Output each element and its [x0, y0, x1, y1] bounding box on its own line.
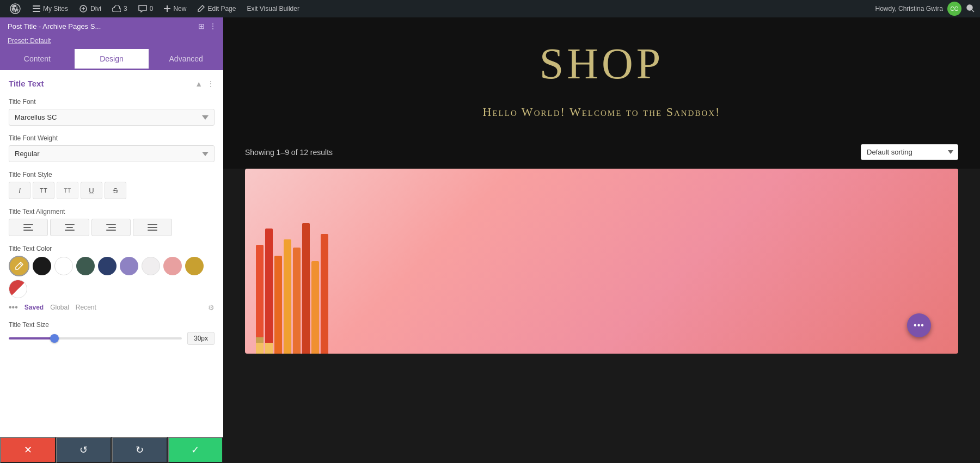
svg-rect-6 — [164, 8, 170, 9]
cloud-menu[interactable]: 3 — [108, 0, 132, 17]
panel-title: Post Title - Archive Pages S... — [8, 22, 101, 30]
pencil-6 — [302, 223, 310, 354]
sort-select[interactable]: Default sorting Sort by popularity Sort … — [861, 144, 958, 160]
right-canvas: SHOP Hello World! Welcome to the Sandbox… — [223, 17, 980, 463]
slider-value: 30px — [187, 332, 215, 345]
align-right-button[interactable] — [91, 219, 131, 236]
title-size-label: Title Text Size — [9, 321, 215, 329]
left-panel: Post Title - Archive Pages S... ⊞ ⋮ Pres… — [0, 17, 223, 463]
redo-button[interactable]: ↻ — [112, 437, 168, 463]
preset-bar: Preset: Default — [0, 35, 223, 49]
color-swatches — [9, 256, 215, 298]
title-font-weight-label: Title Font Weight — [9, 134, 215, 142]
panel-content: Title Text ▲ ⋮ Title Font Marcellus SC T… — [0, 70, 223, 437]
fab-button[interactable]: ••• — [907, 313, 931, 337]
shop-heading: SHOP — [223, 17, 980, 100]
pencil-5 — [293, 248, 301, 354]
style-buttons-group: I TT TT U S — [9, 182, 215, 199]
user-info: Howdy, Christina Gwira CG — [875, 2, 976, 16]
align-left-button[interactable] — [9, 219, 48, 236]
shop-subheading: Hello World! Welcome to the Sandbox! — [223, 100, 980, 135]
svg-rect-3 — [33, 11, 40, 12]
title-color-label: Title Text Color — [9, 245, 215, 252]
panel-footer: ✕ ↺ ↻ ✓ — [0, 437, 223, 463]
wp-logo[interactable] — [4, 0, 26, 17]
wp-admin-bar: My Sites Divi 3 0 New Edit Page Exit Vis… — [0, 0, 980, 17]
underline-button[interactable]: U — [81, 182, 102, 199]
uppercase-button[interactable]: TT — [57, 182, 78, 199]
section-title: Title Text — [9, 79, 44, 88]
pencil-7 — [311, 261, 319, 354]
main-layout: Post Title - Archive Pages S... ⊞ ⋮ Pres… — [0, 17, 980, 463]
my-sites-menu[interactable]: My Sites — [28, 0, 72, 17]
title-font-style-field: Title Font Style I TT TT U S — [0, 166, 223, 203]
shop-meta-bar: Showing 1–9 of 12 results Default sortin… — [223, 135, 980, 169]
title-font-select[interactable]: Marcellus SC — [9, 109, 215, 126]
color-settings-icon[interactable]: ⚙ — [208, 304, 215, 312]
title-alignment-field: Title Text Alignment — [0, 203, 223, 240]
pencil-4 — [284, 239, 291, 354]
exit-builder-menu[interactable]: Exit Visual Builder — [242, 0, 304, 17]
title-color-field: Title Text Color • — [0, 240, 223, 317]
svg-rect-1 — [33, 5, 40, 7]
color-tab-global[interactable]: Global — [50, 304, 69, 311]
collapse-icon[interactable]: ▲ — [195, 79, 203, 88]
color-tab-saved[interactable]: Saved — [24, 304, 44, 311]
color-swatch-navy[interactable] — [98, 257, 117, 275]
title-font-weight-select[interactable]: Regular — [9, 145, 215, 162]
title-font-style-label: Title Font Style — [9, 171, 215, 178]
section-header: Title Text ▲ ⋮ — [0, 70, 223, 94]
preset-label[interactable]: Preset: Default — [8, 37, 51, 45]
color-swatch-active[interactable] — [9, 256, 29, 276]
divi-menu[interactable]: Divi — [75, 0, 106, 17]
title-alignment-label: Title Text Alignment — [9, 208, 215, 215]
pencil-1 — [256, 245, 264, 354]
italic-button[interactable]: I — [9, 182, 30, 199]
results-text: Showing 1–9 of 12 results — [245, 148, 333, 157]
color-tab-recent[interactable]: Recent — [76, 304, 96, 311]
color-swatch-purple[interactable] — [120, 257, 138, 275]
color-swatch-pink[interactable] — [163, 257, 182, 275]
new-menu[interactable]: New — [160, 0, 191, 17]
svg-point-7 — [967, 5, 972, 10]
comments-menu[interactable]: 0 — [134, 0, 158, 17]
align-buttons-group — [9, 219, 215, 236]
undo-button[interactable]: ↺ — [56, 437, 112, 463]
panel-layout-icon[interactable]: ⊞ — [198, 22, 205, 30]
small-caps-button[interactable]: TT — [33, 182, 54, 199]
user-avatar[interactable]: CG — [947, 2, 961, 16]
slider-row: 30px — [9, 332, 215, 345]
tab-content[interactable]: Content — [0, 49, 75, 70]
color-more-dots[interactable]: ••• — [9, 303, 18, 312]
pencils-decoration — [245, 169, 339, 354]
align-center-button[interactable] — [50, 219, 89, 236]
title-size-slider[interactable] — [9, 337, 182, 339]
cancel-button[interactable]: ✕ — [0, 437, 56, 463]
pencil-3 — [274, 256, 282, 354]
panel-header-icons: ⊞ ⋮ — [198, 22, 217, 30]
search-icon[interactable] — [966, 4, 976, 14]
save-button[interactable]: ✓ — [168, 437, 224, 463]
pencil-2 — [265, 229, 273, 354]
panel-menu-icon[interactable]: ⋮ — [209, 22, 217, 30]
panel-header: Post Title - Archive Pages S... ⊞ ⋮ — [0, 17, 223, 35]
section-header-icons: ▲ ⋮ — [195, 79, 215, 88]
color-swatch-white[interactable] — [54, 257, 73, 275]
strikethrough-button[interactable]: S — [105, 182, 126, 199]
title-font-label: Title Font — [9, 98, 215, 106]
fab-dots-icon: ••• — [914, 320, 924, 330]
tab-advanced[interactable]: Advanced — [149, 49, 223, 70]
title-size-field: Title Text Size 30px — [0, 317, 223, 349]
tab-design[interactable]: Design — [75, 49, 149, 70]
edit-page-menu[interactable]: Edit Page — [193, 0, 240, 17]
svg-rect-2 — [33, 8, 40, 9]
align-justify-button[interactable] — [133, 219, 172, 236]
color-swatch-gold[interactable] — [185, 257, 204, 275]
color-swatch-black[interactable] — [33, 257, 51, 275]
color-swatch-light[interactable] — [142, 257, 160, 275]
section-menu-icon[interactable]: ⋮ — [207, 79, 215, 88]
color-tabs: ••• Saved Global Recent ⚙ — [9, 303, 215, 312]
color-swatch-green[interactable] — [76, 257, 95, 275]
title-font-field: Title Font Marcellus SC — [0, 94, 223, 130]
color-swatch-red[interactable] — [9, 280, 27, 298]
